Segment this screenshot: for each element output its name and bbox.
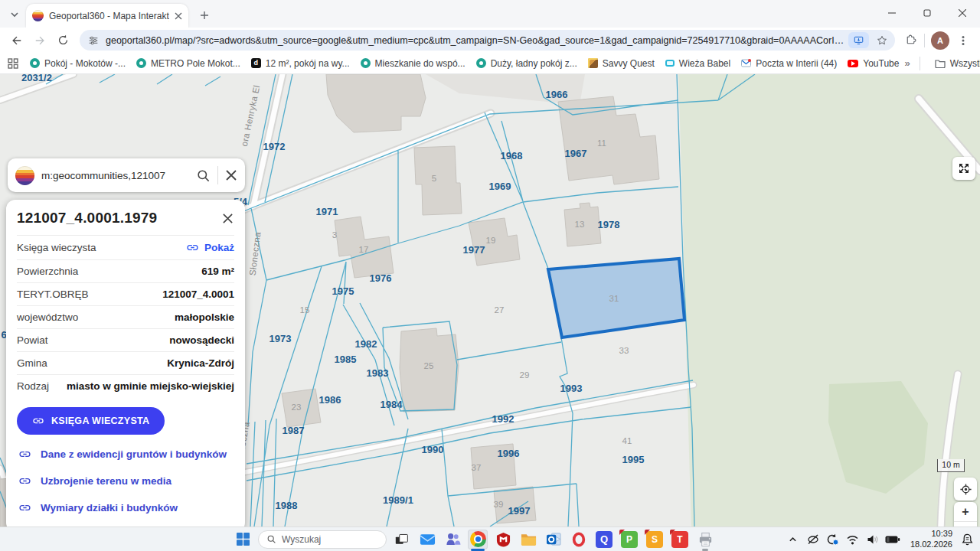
bookmark-label: 12 m², pokój na wy... [266, 58, 350, 69]
search-divider [217, 166, 218, 184]
bookmark-item[interactable]: Mieszkanie do wspó... [355, 56, 471, 71]
close-button[interactable] [945, 0, 980, 26]
zoom-in-button[interactable]: + [954, 502, 977, 521]
reload-button[interactable] [52, 30, 74, 51]
link-label: Dane z ewidencji gruntów i budynków [41, 448, 227, 460]
start-button[interactable] [233, 530, 253, 549]
bookmark-item[interactable]: Wieża Babel [660, 56, 736, 71]
row-label: Powiat [17, 334, 48, 346]
bookmark-item[interactable]: d12 m², pokój na wy... [246, 56, 355, 71]
bookmark-label: Poczta w Interii (44) [756, 58, 837, 69]
pdf-p-icon: P [621, 531, 638, 548]
tune-icon[interactable] [87, 34, 100, 47]
all-bookmarks-button[interactable]: Wszystkie zakładki [929, 56, 980, 71]
bookmark-item[interactable]: Poczta w Interii (44) [736, 56, 842, 71]
bookmarks-overflow-button[interactable]: » [904, 57, 910, 69]
row-label: TERYT.OBRĘB [17, 289, 89, 300]
locate-button[interactable] [954, 478, 977, 500]
bookmark-star-button[interactable] [874, 30, 890, 51]
kebab-menu-icon [958, 35, 969, 46]
opera-app-button[interactable] [569, 530, 589, 549]
building-label: 3 [332, 230, 337, 240]
q-app-button[interactable]: Q [594, 530, 614, 549]
map-scale: 10 m [937, 459, 965, 472]
search-icon[interactable] [196, 168, 211, 183]
privacy-tray-button[interactable] [805, 530, 822, 549]
row-value: małopolskie [175, 311, 234, 323]
taskbar-clock[interactable]: 10:39 18.02.2026 [910, 529, 952, 550]
extensions-button[interactable] [900, 30, 921, 51]
building-label: 17 [359, 245, 369, 254]
back-button[interactable] [6, 30, 28, 51]
profile-avatar[interactable]: A [931, 31, 949, 50]
link-uzbrojenie[interactable]: Uzbrojenie terenu w media [17, 468, 234, 494]
update-tray-button[interactable] [825, 530, 841, 549]
apps-grid-icon [8, 58, 18, 69]
search-query[interactable]: m:geocommunities,121007 [41, 170, 189, 181]
teams-app-button[interactable] [443, 530, 462, 549]
chevron-down-icon [10, 10, 19, 19]
wifi-tray-button[interactable] [844, 530, 861, 549]
browser-tab[interactable]: Geoportal360 - Mapa Interakty [26, 4, 188, 28]
search-clear-icon[interactable] [225, 169, 237, 181]
install-app-button[interactable] [848, 32, 869, 48]
battery-tray-button[interactable] [884, 530, 901, 549]
bookmark-item[interactable]: YouTube [842, 56, 904, 71]
building-label: 29 [520, 370, 530, 380]
pdf-p-app-button[interactable]: P [619, 530, 639, 549]
tab-close-icon[interactable] [175, 12, 182, 20]
link-wymiary[interactable]: Wymiary działki i budynków [17, 494, 234, 521]
pdf-s-app-button[interactable]: S [645, 530, 665, 549]
tray-expand-button[interactable] [785, 530, 802, 549]
chrome-icon [470, 531, 486, 547]
building-label: 31 [609, 294, 619, 303]
parcel-label: 1993 [560, 383, 583, 394]
button-label: KSIĘGA WIECZYSTA [51, 416, 149, 426]
row-value: miasto w gminie miejsko-wiejskiej [67, 380, 234, 392]
maximize-button[interactable] [910, 0, 945, 26]
chrome-app-button[interactable] [468, 530, 488, 549]
row-label: Powierzchnia [17, 266, 78, 277]
date-text: 18.02.2026 [910, 540, 952, 550]
new-tab-button[interactable] [196, 7, 213, 24]
wieza-babel-icon [665, 60, 675, 67]
bookmark-item[interactable]: Savvy Quest [583, 56, 660, 71]
building-label: 41 [622, 436, 632, 445]
panel-links: Dane z ewidencji gruntów i budynków Uzbr… [17, 441, 234, 521]
fullscreen-button[interactable] [952, 157, 975, 180]
tab-search-button[interactable] [8, 8, 21, 21]
printer-app-button[interactable] [695, 530, 715, 549]
bookmark-item[interactable]: Duży, ładny pokój z... [471, 56, 583, 71]
notifications-button[interactable] [959, 530, 975, 549]
q-app-icon: Q [596, 531, 612, 548]
menu-button[interactable] [952, 30, 974, 51]
file-explorer-button[interactable] [518, 530, 538, 549]
link-dane-ewidencja[interactable]: Dane z ewidencji gruntów i budynków [17, 441, 234, 468]
map-search-box[interactable]: m:geocommunities,121007 [8, 158, 245, 192]
bookmark-item[interactable]: Pokój - Mokotów -... [24, 56, 131, 71]
minimize-icon [888, 9, 896, 17]
attribute-row: Rodzajmiasto w gminie miejsko-wiejskiej [17, 374, 234, 397]
outlook-app-button[interactable] [544, 530, 564, 549]
task-view-button[interactable] [392, 530, 412, 549]
mcafee-app-button[interactable] [493, 530, 513, 549]
address-bar[interactable]: geoportal360.pl/map/?src=adwords&utm_sou… [80, 30, 895, 51]
minimize-button[interactable] [874, 0, 910, 26]
pokaz-link[interactable]: Pokaż [186, 241, 234, 254]
wifi-icon [846, 534, 859, 545]
taskbar-search[interactable]: Wyszukaj [258, 530, 387, 549]
eye-slash-icon [807, 533, 819, 545]
apps-grid-button[interactable] [8, 53, 18, 74]
building-label: 37 [472, 463, 482, 472]
domiporta-icon: d [251, 58, 261, 68]
pdf-t-app-button[interactable]: T [670, 530, 690, 549]
forward-button[interactable] [29, 30, 51, 51]
volume-tray-button[interactable] [864, 530, 881, 549]
ksiega-wieczysta-button[interactable]: KSIĘGA WIECZYSTA [17, 407, 165, 435]
panel-close-button[interactable] [219, 210, 236, 227]
mail-app-button[interactable] [417, 530, 437, 549]
parcel-label: 1996 [498, 448, 520, 459]
building-label: 25 [424, 361, 434, 370]
building-label: 33 [619, 346, 629, 355]
bookmark-item[interactable]: METRO Pole Mokot... [131, 56, 246, 71]
